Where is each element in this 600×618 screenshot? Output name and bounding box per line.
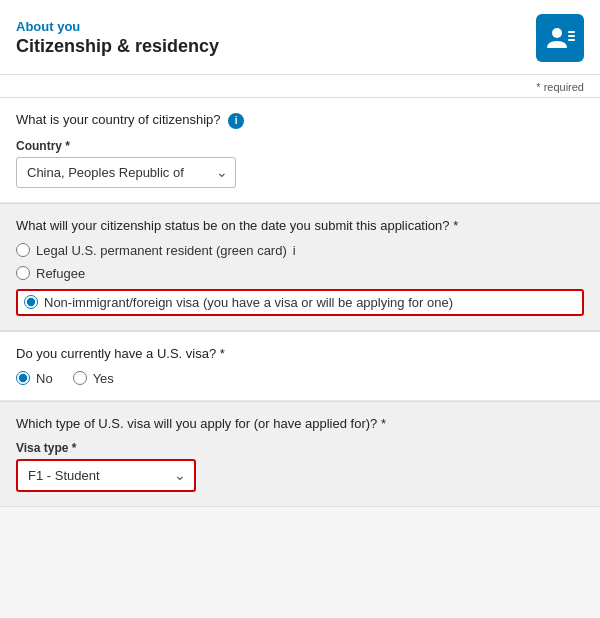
about-label: About you <box>16 19 219 34</box>
citizenship-country-section: What is your country of citizenship? i C… <box>0 98 600 203</box>
page-title: Citizenship & residency <box>16 36 219 57</box>
visa-type-select-wrapper: F1 - Student J1 - Exchange Visitor B1/B2… <box>16 459 196 492</box>
status-radio-group: Legal U.S. permanent resident (green car… <box>16 243 584 316</box>
us-visa-section: Do you currently have a U.S. visa? * No … <box>0 332 600 401</box>
us-visa-option-yes[interactable]: Yes <box>73 371 114 386</box>
greencard-info-icon[interactable]: i <box>293 243 296 258</box>
status-option-greencard[interactable]: Legal U.S. permanent resident (green car… <box>16 243 584 258</box>
status-option-nonimmigrant[interactable]: Non-immigrant/foreign visa (you have a v… <box>16 289 584 316</box>
profile-card-icon <box>536 14 584 62</box>
citizenship-status-section: What will your citizenship status be on … <box>0 204 600 331</box>
svg-rect-1 <box>568 31 575 33</box>
status-radio-nonimmigrant[interactable] <box>24 295 38 309</box>
required-note: * required <box>0 75 600 97</box>
visa-type-question: Which type of U.S. visa will you apply f… <box>16 416 584 431</box>
header-text: About you Citizenship & residency <box>16 19 219 57</box>
status-option-refugee[interactable]: Refugee <box>16 266 584 281</box>
us-visa-radio-yes[interactable] <box>73 371 87 385</box>
svg-point-0 <box>552 28 562 38</box>
citizenship-question: What is your country of citizenship? i <box>16 112 584 129</box>
status-question: What will your citizenship status be on … <box>16 218 584 233</box>
visa-type-select[interactable]: F1 - Student J1 - Exchange Visitor B1/B2… <box>18 461 194 490</box>
us-visa-label-no: No <box>36 371 53 386</box>
page-container: About you Citizenship & residency * requ… <box>0 0 600 507</box>
status-label-greencard: Legal U.S. permanent resident (green car… <box>36 243 287 258</box>
country-select-wrapper: China, Peoples Republic of United States… <box>16 157 236 188</box>
us-visa-label-yes: Yes <box>93 371 114 386</box>
citizenship-info-icon[interactable]: i <box>228 113 244 129</box>
svg-rect-3 <box>568 39 575 41</box>
country-select[interactable]: China, Peoples Republic of United States… <box>16 157 236 188</box>
us-visa-option-no[interactable]: No <box>16 371 53 386</box>
visa-type-section: Which type of U.S. visa will you apply f… <box>0 402 600 507</box>
svg-rect-2 <box>568 35 575 37</box>
country-field-label: Country * <box>16 139 584 153</box>
status-radio-refugee[interactable] <box>16 266 30 280</box>
us-visa-radio-no[interactable] <box>16 371 30 385</box>
status-radio-greencard[interactable] <box>16 243 30 257</box>
visa-type-field-label: Visa type * <box>16 441 584 455</box>
us-visa-radio-group: No Yes <box>16 371 584 386</box>
status-label-nonimmigrant: Non-immigrant/foreign visa (you have a v… <box>44 295 453 310</box>
header: About you Citizenship & residency <box>0 0 600 75</box>
us-visa-question: Do you currently have a U.S. visa? * <box>16 346 584 361</box>
status-label-refugee: Refugee <box>36 266 85 281</box>
